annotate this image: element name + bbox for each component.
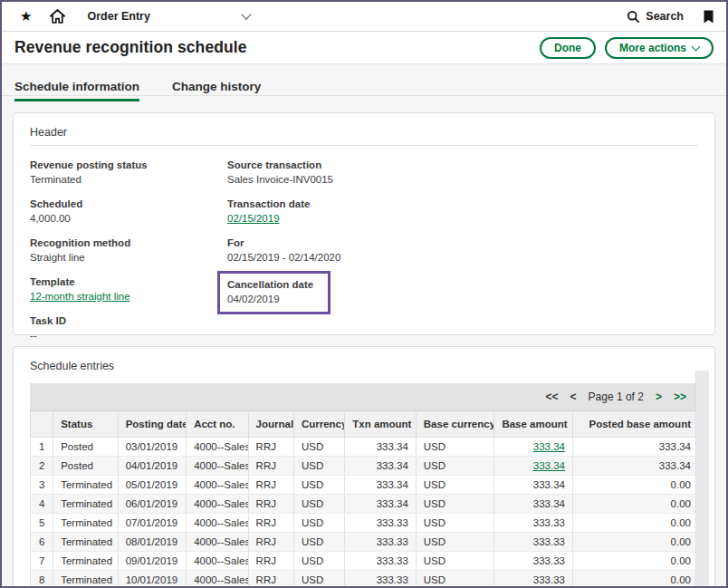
cell-currency: USD [293,476,344,495]
pagination-last-button[interactable]: >> [674,390,686,403]
field: Recognition methodStraight line [30,237,227,263]
field-label: Revenue posting status [30,159,227,170]
cell-currency: USD [293,552,344,571]
cell-status: Terminated [53,571,118,588]
cell-num: 1 [31,438,53,457]
cell-posted_base_amount: 0.00 [572,533,698,552]
cell-num: 5 [31,514,53,533]
cell-posting_date: 07/01/2019 [118,514,187,533]
field-label: Transaction date [227,198,698,209]
cell-acct_no: 4000--Sales [187,476,248,495]
cell-currency: USD [293,495,344,514]
table-row: 2Posted04/01/20194000--SalesRRJUSD333.34… [31,457,699,476]
schedule-entries-table: StatusPosting dateAcct no.JournalCurrenc… [30,410,699,588]
table-row: 3Terminated05/01/20194000--SalesRRJUSD33… [31,476,699,495]
section-divider [30,145,698,146]
cell-status: Posted [53,457,118,476]
cell-num: 3 [31,476,53,495]
bookmark-icon[interactable] [704,10,714,24]
header-fields-grid: Revenue posting statusTerminatedSchedule… [30,159,698,354]
table-scrollbar[interactable] [695,371,709,588]
tab-bar: Schedule information Change history [2,64,726,101]
field-value: 4,000.00 [30,213,227,224]
field-value: Straight line [30,252,227,263]
cell-journal: RRJ [248,571,293,588]
cell-acct_no: 4000--Sales [187,571,248,588]
field-label: Scheduled [30,198,227,209]
cell-acct_no: 4000--Sales [187,533,248,552]
cell-currency: USD [293,438,344,457]
cell-posted_base_amount: 0.00 [572,476,698,495]
cell-base_amount: 333.34 [494,457,573,476]
cell-base_currency: USD [416,476,494,495]
cell-journal: RRJ [248,476,293,495]
cell-posted_base_amount: 333.34 [572,457,698,476]
more-actions-button[interactable]: More actions [605,37,714,59]
cell-num: 6 [31,533,53,552]
cell-posting_date: 08/01/2019 [118,533,187,552]
field-value-link[interactable]: 02/15/2019 [227,213,280,224]
field-value: 12-month straight line [30,291,227,302]
schedule-entries-card: Schedule entries << < Page 1 of 2 > >> S… [13,346,715,588]
cell-acct_no: 4000--Sales [187,438,248,457]
cell-posting_date: 09/01/2019 [118,552,187,571]
page-header: Revenue recognition schedule Done More a… [2,32,726,64]
header-section-card: Header Revenue posting statusTerminatedS… [13,112,715,335]
cell-base_amount: 333.34 [494,476,573,495]
cell-base_currency: USD [416,571,494,588]
column-header-posted_base_amount: Posted base amount [572,411,698,438]
cell-base_amount: 333.34 [494,438,573,457]
field-value: 02/15/2019 [227,213,698,224]
cell-base_amount: 333.33 [494,571,573,588]
cell-currency: USD [293,514,344,533]
cell-txn_amount: 333.34 [345,457,417,476]
cell-txn_amount: 333.34 [345,476,417,495]
home-icon[interactable] [50,9,65,24]
field-highlighted-annotation: Cancellation date04/02/2019 [217,271,330,314]
favorites-star-icon[interactable]: ★ [14,8,32,24]
column-header-base_currency: Base currency [416,411,494,438]
cell-base_currency: USD [416,495,494,514]
cell-base_currency: USD [416,457,494,476]
cell-base_currency: USD [416,438,494,457]
column-header-base_amount: Base amount [494,411,573,438]
cell-txn_amount: 333.33 [345,552,417,571]
done-button[interactable]: Done [540,37,596,59]
field: For02/15/2019 - 02/14/2020 [227,237,698,263]
module-dropdown[interactable]: Order Entry [87,10,250,23]
column-header-status: Status [53,411,118,438]
cell-currency: USD [293,457,344,476]
table-row: 6Terminated08/01/20194000--SalesRRJUSD33… [31,533,699,552]
cell-currency: USD [293,571,344,588]
field: Scheduled4,000.00 [30,198,227,224]
cell-acct_no: 4000--Sales [187,457,248,476]
module-dropdown-label: Order Entry [87,10,149,23]
field: Transaction date02/15/2019 [227,198,698,224]
cell-num: 4 [31,495,53,514]
search-button[interactable]: Search [627,10,684,24]
cell-posting_date: 04/01/2019 [118,457,187,476]
column-header-num [31,411,53,438]
entries-toolbar: << < Page 1 of 2 > >> [30,383,699,410]
chevron-down-icon [692,42,701,51]
pagination-next-button[interactable]: > [656,390,662,403]
field-label: Cancellation date [227,279,313,290]
search-label: Search [646,10,684,23]
field-value-link[interactable]: 12-month straight line [30,291,130,302]
pagination-first-button[interactable]: << [546,390,559,403]
tab-schedule-information[interactable]: Schedule information [14,80,139,101]
cell-base_amount: 333.34 [494,495,573,514]
base-amount-link[interactable]: 333.34 [533,460,565,471]
column-header-acct_no: Acct no. [187,411,248,438]
cell-txn_amount: 333.34 [345,495,417,514]
pagination-prev-button[interactable]: < [570,390,577,403]
field-label: Task ID [30,315,227,326]
field-label: Source transaction [227,159,698,170]
field-value: 02/15/2019 - 02/14/2020 [227,252,698,263]
tab-change-history[interactable]: Change history [172,80,261,101]
base-amount-link[interactable]: 333.34 [533,441,565,452]
header-fields-right-column: Source transactionSales Invoice-INV0015T… [227,159,698,354]
field-label: Recognition method [30,237,227,248]
field-label: Template [30,276,227,287]
cell-posted_base_amount: 0.00 [572,495,698,514]
